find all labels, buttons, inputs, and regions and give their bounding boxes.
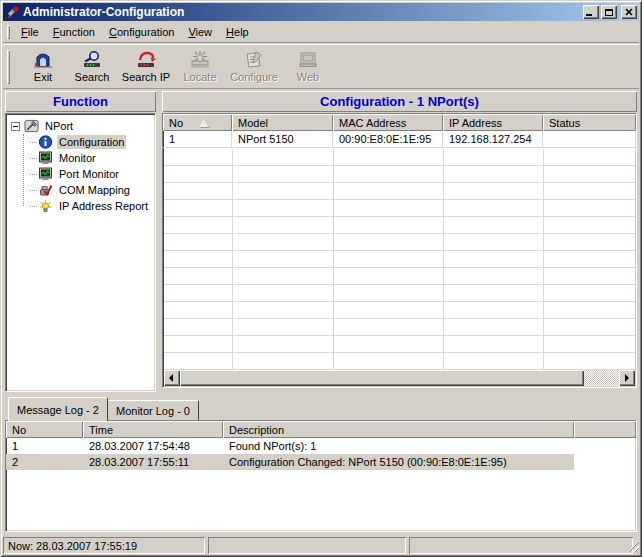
locate-button[interactable]: Locate bbox=[174, 47, 226, 87]
tab-monitor-log-label: Monitor Log - 0 bbox=[116, 405, 190, 417]
log-row[interactable]: 1 28.03.2007 17:54:48 Found NPort(s): 1 bbox=[6, 438, 636, 454]
tab-message-log[interactable]: Message Log - 2 bbox=[8, 397, 108, 421]
locate-label: Locate bbox=[183, 71, 216, 83]
tree-item-ip-address-report[interactable]: IP Address Report bbox=[6, 198, 155, 214]
tree-connector bbox=[30, 206, 37, 207]
log-cell-time: 28.03.2007 17:55:11 bbox=[83, 454, 223, 470]
menu-function[interactable]: Function bbox=[46, 24, 102, 40]
log-row-selected[interactable]: 2 28.03.2007 17:55:11 Configuration Chan… bbox=[6, 454, 636, 470]
cell-mac-address: 00:90:E8:0E:1E:95 bbox=[333, 131, 443, 148]
horizontal-scrollbar[interactable] bbox=[164, 370, 635, 386]
log-cell-no: 2 bbox=[6, 454, 83, 470]
scrollbar-track[interactable] bbox=[584, 370, 619, 386]
tab-monitor-log[interactable]: Monitor Log - 0 bbox=[107, 400, 199, 420]
collapse-icon[interactable] bbox=[11, 122, 20, 131]
configuration-header-label: Configuration - 1 NPort(s) bbox=[320, 94, 479, 109]
info-icon bbox=[38, 135, 53, 149]
column-header-ip-address[interactable]: IP Address bbox=[443, 114, 543, 131]
log-cell-description: Configuration Changed: NPort 5150 (00:90… bbox=[223, 454, 574, 470]
log-column-header-time[interactable]: Time bbox=[83, 421, 223, 438]
minimize-icon bbox=[586, 14, 592, 16]
tree-guide-line bbox=[23, 134, 24, 206]
scroll-left-button[interactable] bbox=[164, 370, 180, 386]
tree-connector bbox=[30, 174, 37, 175]
status-now-text: Now: 28.03.2007 17:55:19 bbox=[8, 540, 137, 552]
table-row[interactable]: 1 NPort 5150 00:90:E8:0E:1E:95 192.168.1… bbox=[163, 131, 636, 148]
column-header-no[interactable]: No bbox=[163, 114, 232, 131]
close-button[interactable] bbox=[621, 5, 637, 19]
tree-connector bbox=[30, 142, 37, 143]
scrollbar-thumb[interactable] bbox=[180, 370, 584, 386]
tab-message-log-label: Message Log - 2 bbox=[17, 404, 99, 416]
search-label: Search bbox=[75, 71, 110, 83]
tree-label-configuration: Configuration bbox=[57, 135, 126, 149]
cell-ip-address: 192.168.127.254 bbox=[443, 131, 543, 148]
toolbar-grip[interactable] bbox=[7, 50, 10, 84]
log-column-header-no[interactable]: No bbox=[6, 421, 83, 438]
status-panel-2 bbox=[208, 537, 406, 554]
menu-configuration[interactable]: Configuration bbox=[102, 24, 181, 40]
title-bar[interactable]: Administrator-Configuration bbox=[3, 3, 639, 21]
app-icon bbox=[6, 5, 20, 19]
ip-report-icon bbox=[38, 199, 53, 213]
com-mapping-icon bbox=[38, 183, 53, 197]
tree-label-monitor: Monitor bbox=[57, 151, 98, 165]
tree-label-ip-address-report: IP Address Report bbox=[57, 199, 150, 213]
menu-file[interactable]: File bbox=[14, 24, 46, 40]
web-button[interactable]: Web bbox=[282, 47, 334, 87]
log-table-header: No Time Description bbox=[6, 421, 636, 438]
exit-label: Exit bbox=[34, 71, 52, 83]
sort-ascending-icon bbox=[199, 119, 209, 127]
close-icon bbox=[625, 8, 633, 16]
column-header-status[interactable]: Status bbox=[543, 114, 636, 131]
maximize-button[interactable] bbox=[601, 5, 617, 19]
menu-bar: File Function Configuration View Help bbox=[3, 22, 639, 43]
exit-button[interactable]: Exit bbox=[22, 47, 64, 87]
status-panel-3 bbox=[409, 537, 633, 554]
tree-item-com-mapping[interactable]: COM Mapping bbox=[6, 182, 155, 198]
device-table-header: No Model MAC Address IP Address Status bbox=[163, 114, 636, 131]
log-column-header-description[interactable]: Description bbox=[223, 421, 574, 438]
device-table: No Model MAC Address IP Address Status 1… bbox=[162, 113, 637, 388]
tree-label-com-mapping: COM Mapping bbox=[57, 183, 132, 197]
status-panel-now: Now: 28.03.2007 17:55:19 bbox=[3, 537, 205, 554]
scroll-right-button[interactable] bbox=[619, 370, 635, 386]
nport-icon bbox=[24, 119, 39, 133]
menu-help[interactable]: Help bbox=[219, 24, 256, 40]
maximize-icon bbox=[605, 9, 613, 16]
function-tree: NPort Configuration Monitor bbox=[5, 113, 156, 392]
tree-label-nport: NPort bbox=[43, 119, 75, 133]
column-header-mac-address[interactable]: MAC Address bbox=[333, 114, 443, 131]
menu-view[interactable]: View bbox=[181, 24, 219, 40]
log-cell-description: Found NPort(s): 1 bbox=[223, 438, 574, 454]
log-column-header-filler bbox=[574, 421, 636, 438]
function-panel-header: Function bbox=[5, 91, 156, 112]
menubar-grip[interactable] bbox=[7, 25, 10, 39]
minimize-button[interactable] bbox=[583, 5, 599, 19]
message-log-table: No Time Description 1 28.03.2007 17:54:4… bbox=[5, 420, 637, 532]
exit-icon bbox=[31, 50, 55, 70]
web-label: Web bbox=[297, 71, 319, 83]
configure-label: Configure bbox=[230, 71, 278, 83]
configure-button[interactable]: Configure bbox=[228, 47, 280, 87]
tree-item-port-monitor[interactable]: Port Monitor bbox=[6, 166, 155, 182]
log-cell-time: 28.03.2007 17:54:48 bbox=[83, 438, 223, 454]
search-icon bbox=[80, 50, 104, 70]
port-monitor-icon bbox=[38, 167, 53, 181]
tree-item-configuration[interactable]: Configuration bbox=[6, 134, 155, 150]
cell-status bbox=[543, 131, 636, 148]
tree-item-nport[interactable]: NPort bbox=[6, 118, 155, 134]
tree-item-monitor[interactable]: Monitor bbox=[6, 150, 155, 166]
configure-icon bbox=[242, 50, 266, 70]
cell-no: 1 bbox=[163, 131, 232, 148]
search-button[interactable]: Search bbox=[66, 47, 118, 87]
log-cell-no: 1 bbox=[6, 438, 83, 454]
empty-grid-area bbox=[164, 149, 635, 370]
web-icon bbox=[296, 50, 320, 70]
cell-model: NPort 5150 bbox=[232, 131, 333, 148]
search-ip-button[interactable]: Search IP bbox=[120, 47, 172, 87]
search-ip-label: Search IP bbox=[122, 71, 170, 83]
tree-connector bbox=[30, 190, 37, 191]
monitor-icon bbox=[38, 151, 53, 165]
column-header-model[interactable]: Model bbox=[232, 114, 333, 131]
